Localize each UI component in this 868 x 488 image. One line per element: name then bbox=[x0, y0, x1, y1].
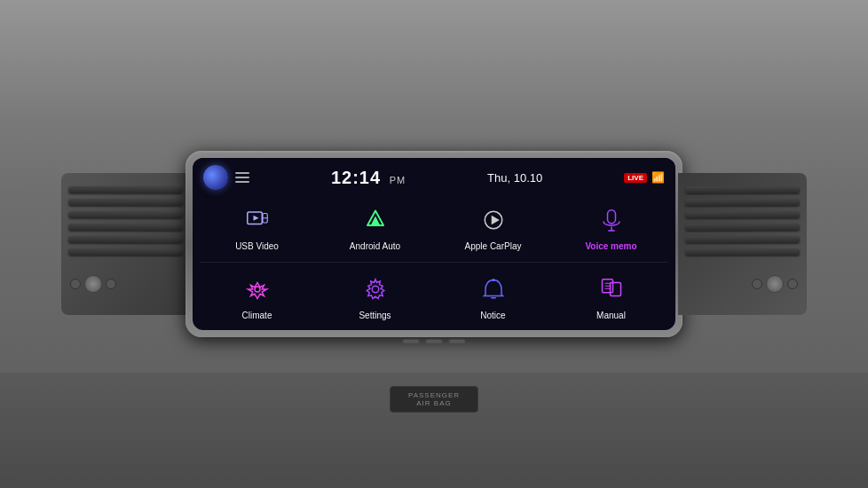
vent-right bbox=[678, 173, 807, 315]
voice-memo-label: Voice memo bbox=[585, 241, 636, 251]
voice-memo-icon bbox=[594, 202, 629, 238]
vent-slat bbox=[685, 186, 800, 193]
time-display: 12:14 bbox=[331, 168, 381, 187]
vent-slat bbox=[685, 248, 800, 256]
app-voice-memo[interactable]: Voice memo bbox=[554, 197, 668, 256]
app-grid-row1: USB Video Android Auto bbox=[193, 193, 675, 262]
svg-point-11 bbox=[255, 287, 260, 292]
climate-icon bbox=[240, 272, 275, 307]
screen-header: 12:14 PM Thu, 10.10 LIVE 📶 bbox=[193, 158, 675, 193]
vent-control-left bbox=[70, 275, 116, 293]
carplay-icon bbox=[476, 202, 511, 238]
airbag-line2: AIR BAG bbox=[408, 399, 460, 407]
vent-knob[interactable] bbox=[84, 275, 102, 293]
vent-slat bbox=[68, 199, 183, 206]
usb-video-label: USB Video bbox=[235, 241, 279, 251]
vent-slat bbox=[68, 224, 183, 231]
screen-bezel: 12:14 PM Thu, 10.10 LIVE 📶 bbox=[185, 151, 683, 337]
vent-slat bbox=[685, 224, 800, 231]
app-climate[interactable]: Climate bbox=[200, 266, 314, 326]
vent-control-right bbox=[752, 275, 798, 293]
app-notice[interactable]: Notice bbox=[436, 266, 550, 326]
manual-icon bbox=[594, 272, 629, 307]
svg-marker-1 bbox=[253, 216, 258, 221]
vent-button[interactable] bbox=[787, 279, 798, 289]
notice-label: Notice bbox=[480, 311, 505, 320]
usb-video-icon bbox=[240, 202, 275, 238]
menu-line bbox=[235, 177, 249, 178]
screen-btn[interactable] bbox=[448, 339, 466, 344]
vent-slat bbox=[685, 199, 800, 206]
infotainment-area: 12:14 PM Thu, 10.10 LIVE 📶 bbox=[0, 115, 868, 373]
app-apple-carplay[interactable]: Apple CarPlay bbox=[436, 197, 550, 256]
airbag-line1: PASSENGER bbox=[408, 391, 460, 399]
vent-knob[interactable] bbox=[766, 275, 784, 293]
vent-left bbox=[61, 173, 190, 315]
android-auto-label: Android Auto bbox=[350, 241, 400, 251]
svg-point-12 bbox=[372, 286, 379, 293]
vent-button[interactable] bbox=[752, 279, 762, 289]
vent-button[interactable] bbox=[70, 279, 81, 289]
svg-rect-16 bbox=[610, 283, 620, 296]
airbag-label-container: PASSENGER AIR BAG bbox=[390, 386, 478, 413]
infotainment-screen[interactable]: 12:14 PM Thu, 10.10 LIVE 📶 bbox=[193, 158, 675, 330]
app-grid-row2: Climate Settings bbox=[193, 263, 675, 330]
signal-icon: 📶 bbox=[651, 171, 665, 184]
menu-line bbox=[235, 172, 249, 174]
menu-line bbox=[235, 181, 249, 183]
app-usb-video[interactable]: USB Video bbox=[200, 197, 314, 256]
manual-label: Manual bbox=[596, 311, 626, 320]
carplay-label: Apple CarPlay bbox=[465, 241, 522, 251]
svg-marker-7 bbox=[491, 216, 499, 225]
vent-slat bbox=[68, 236, 183, 243]
android-auto-icon bbox=[358, 202, 393, 238]
vent-slat bbox=[685, 236, 800, 243]
climate-label: Climate bbox=[242, 311, 272, 320]
screen-btn[interactable] bbox=[425, 339, 443, 344]
vent-button[interactable] bbox=[106, 279, 116, 289]
screen-btn[interactable] bbox=[402, 339, 420, 344]
live-badge: LIVE bbox=[624, 173, 647, 183]
svg-point-14 bbox=[492, 279, 494, 281]
moon-icon bbox=[203, 165, 228, 190]
app-android-auto[interactable]: Android Auto bbox=[318, 197, 432, 256]
screen-date: Thu, 10.10 bbox=[487, 171, 542, 185]
dashboard-top bbox=[0, 0, 868, 115]
app-settings[interactable]: Settings bbox=[318, 266, 432, 326]
dashboard-bottom: PASSENGER AIR BAG bbox=[0, 373, 868, 488]
app-manual[interactable]: Manual bbox=[554, 266, 668, 326]
dashboard: 12:14 PM Thu, 10.10 LIVE 📶 bbox=[0, 0, 868, 488]
settings-label: Settings bbox=[359, 311, 391, 320]
vent-slat bbox=[68, 248, 183, 256]
settings-icon bbox=[358, 272, 393, 307]
menu-icon[interactable] bbox=[235, 172, 249, 183]
svg-rect-8 bbox=[607, 210, 615, 224]
screen-buttons bbox=[402, 339, 466, 344]
header-left bbox=[203, 165, 249, 190]
screen-time: 12:14 PM bbox=[331, 168, 406, 188]
vent-slat bbox=[68, 186, 183, 193]
header-right: LIVE 📶 bbox=[624, 171, 665, 184]
notice-icon bbox=[476, 272, 511, 307]
ampm-display: PM bbox=[390, 175, 406, 185]
vent-slat bbox=[685, 211, 800, 218]
vent-slat bbox=[68, 211, 183, 218]
